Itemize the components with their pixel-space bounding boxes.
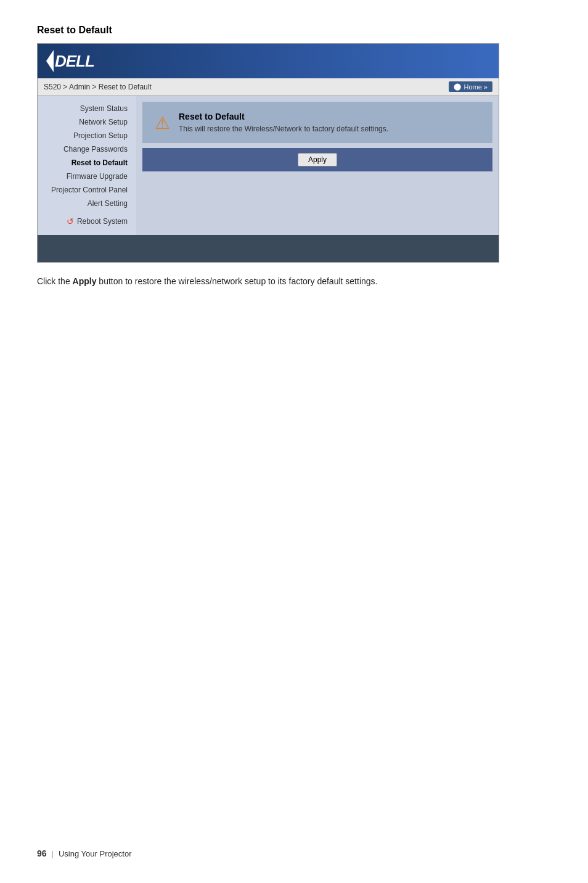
- browser-window: DELL S520 > Admin > Reset to Default ⬤ H…: [37, 43, 499, 263]
- content-area: System Status Network Setup Projection S…: [38, 96, 499, 235]
- page-heading: Reset to Default: [37, 25, 551, 36]
- sidebar-item-reboot[interactable]: ↺ Reboot System: [38, 214, 136, 229]
- description-prefix: Click the: [37, 276, 73, 286]
- footer-separator: |: [52, 849, 54, 858]
- apply-button[interactable]: Apply: [298, 153, 337, 166]
- home-button[interactable]: ⬤ Home »: [449, 81, 492, 92]
- page-footer: 96 | Using Your Projector: [37, 848, 131, 858]
- apply-bar: Apply: [142, 148, 492, 171]
- reboot-icon: ↺: [67, 216, 74, 226]
- dell-header: DELL: [38, 44, 499, 78]
- sidebar-label-projection-setup: Projection Setup: [73, 131, 128, 140]
- sidebar-label-reset-to-default: Reset to Default: [71, 158, 128, 167]
- breadcrumb: S520 > Admin > Reset to Default: [44, 83, 152, 91]
- sidebar-item-change-passwords[interactable]: Change Passwords: [38, 142, 136, 156]
- warning-icon: ⚠: [155, 113, 170, 133]
- sidebar-label-change-passwords: Change Passwords: [63, 145, 128, 154]
- sidebar-item-network-setup[interactable]: Network Setup: [38, 115, 136, 129]
- breadcrumb-bar: S520 > Admin > Reset to Default ⬤ Home »: [38, 78, 499, 96]
- description-suffix: button to restore the wireless/network s…: [96, 276, 377, 286]
- sidebar-label-projector-control-panel: Projector Control Panel: [51, 186, 128, 194]
- sidebar-item-reset-to-default[interactable]: Reset to Default: [38, 156, 136, 170]
- dell-logo: DELL: [46, 50, 94, 72]
- reset-panel-title: Reset to Default: [179, 112, 388, 121]
- page-number: 96: [37, 848, 47, 858]
- reset-panel-description: This will restore the Wireless/Network t…: [179, 125, 388, 133]
- description-text: Click the Apply button to restore the wi…: [37, 275, 499, 288]
- reset-panel: ⚠ Reset to Default This will restore the…: [142, 102, 492, 143]
- description-bold: Apply: [73, 276, 97, 286]
- sidebar-item-firmware-upgrade[interactable]: Firmware Upgrade: [38, 170, 136, 183]
- footer-text: Using Your Projector: [59, 849, 132, 858]
- sidebar-label-reboot: Reboot System: [77, 217, 128, 226]
- dell-logo-text: DELL: [55, 52, 94, 71]
- sidebar: System Status Network Setup Projection S…: [38, 96, 136, 235]
- footer-bar: [38, 235, 499, 262]
- home-icon: ⬤: [454, 83, 461, 91]
- sidebar-item-projection-setup[interactable]: Projection Setup: [38, 129, 136, 142]
- reset-panel-text: Reset to Default This will restore the W…: [179, 112, 388, 133]
- dell-logo-icon: [46, 50, 54, 72]
- sidebar-label-alert-setting: Alert Setting: [88, 199, 128, 208]
- sidebar-item-system-status[interactable]: System Status: [38, 102, 136, 115]
- sidebar-item-alert-setting[interactable]: Alert Setting: [38, 197, 136, 210]
- sidebar-item-projector-control-panel[interactable]: Projector Control Panel: [38, 183, 136, 197]
- sidebar-label-firmware-upgrade: Firmware Upgrade: [67, 172, 128, 181]
- sidebar-label-network-setup: Network Setup: [79, 118, 128, 126]
- home-label: Home »: [463, 83, 488, 91]
- sidebar-label-system-status: System Status: [80, 104, 128, 113]
- main-panel: ⚠ Reset to Default This will restore the…: [136, 96, 499, 235]
